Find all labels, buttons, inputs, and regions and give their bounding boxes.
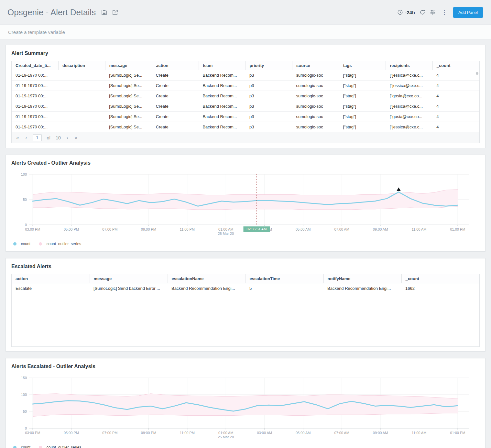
column-header[interactable]: escalationName — [168, 274, 246, 283]
time-range-control[interactable]: -24h — [397, 9, 415, 15]
svg-text:05:00 PM: 05:00 PM — [64, 227, 79, 231]
table-cell: 01-19-1970 00:... — [12, 91, 59, 101]
column-header[interactable]: team — [199, 61, 246, 70]
table-cell: ["gosia@cxe.co... — [386, 112, 433, 122]
svg-text:100: 100 — [21, 393, 27, 397]
table-cell: Create — [152, 91, 199, 101]
svg-text:03:00 PM: 03:00 PM — [25, 227, 40, 231]
svg-text:09:00 AM: 09:00 AM — [373, 431, 388, 435]
table-cell: ["jessica@cxe.c... — [386, 122, 433, 132]
column-header[interactable]: escalationTime — [246, 274, 323, 283]
alerts-created-chart[interactable]: 03:00 PM05:00 PM07:00 PM09:00 PM11:00 PM… — [11, 170, 477, 238]
column-header[interactable]: _count — [401, 274, 479, 283]
panel-title: Alerts Escalated - Outlier Analysis — [11, 364, 480, 369]
escalated-alerts-table[interactable]: actionmessageescalationNameescalationTim… — [12, 274, 479, 293]
svg-text:07:00 PM: 07:00 PM — [102, 431, 117, 435]
table-cell: 4 — [432, 91, 479, 101]
table-row[interactable]: Escalate[SumoLogic] Send backend Error .… — [12, 283, 479, 294]
dashboard-page: Opsgenie - Alert Details -24h ⋮ Add Pane… — [0, 0, 491, 448]
legend-label: _count_outlier_series — [44, 242, 81, 246]
legend-item-outlier: _count_outlier_series — [39, 445, 81, 448]
chart-area: 03:00 PM05:00 PM07:00 PM09:00 PM11:00 PM… — [11, 374, 480, 442]
table-cell: 01-19-1970 00:... — [12, 122, 59, 132]
table-row[interactable]: 01-19-1970 00:...[SumoLogic] Se...Create… — [12, 81, 479, 91]
column-header[interactable]: source — [292, 61, 339, 70]
svg-text:09:00 PM: 09:00 PM — [141, 227, 156, 231]
svg-text:03:00 AM: 03:00 AM — [257, 431, 272, 435]
table-cell: [SumoLogic] Se... — [105, 112, 152, 122]
column-header[interactable]: action — [12, 274, 90, 283]
table-cell: [SumoLogic] Se... — [105, 101, 152, 112]
pagination-of-label: of — [47, 135, 51, 140]
table-row[interactable]: 01-19-1970 00:...[SumoLogic] Se...Create… — [12, 122, 479, 132]
table-cell: 4 — [432, 122, 479, 132]
time-range-label: -24h — [405, 10, 415, 15]
table-cell: p3 — [246, 101, 292, 112]
dashboard-header: Opsgenie - Alert Details -24h ⋮ Add Pane… — [0, 0, 491, 24]
svg-text:50: 50 — [23, 410, 27, 413]
table-cell: 4 — [432, 81, 479, 91]
table-row[interactable]: 01-19-1970 00:...[SumoLogic] Se...Create… — [12, 70, 479, 81]
table-cell: p3 — [246, 122, 292, 132]
pagination-first-button[interactable]: « — [16, 135, 19, 140]
table-cell: ["gosia@cxe.co... — [386, 91, 433, 101]
add-panel-button[interactable]: Add Panel — [453, 7, 483, 18]
column-header[interactable]: priority — [246, 61, 292, 70]
column-header[interactable]: message — [90, 274, 168, 283]
table-cell: 01-19-1970 00:... — [12, 70, 59, 81]
table-cell: sumologic-soc — [292, 122, 339, 132]
alerts-escalated-chart[interactable]: 03:00 PM05:00 PM07:00 PM09:00 PM11:00 PM… — [11, 374, 477, 442]
table-cell: Create — [152, 122, 199, 132]
export-icon[interactable] — [112, 9, 118, 16]
create-template-variable-bar[interactable]: Create a template variable — [0, 24, 491, 40]
chart-legend: _count _count_outlier_series — [11, 238, 480, 247]
refresh-icon[interactable] — [420, 9, 425, 15]
table-scrollbar-thumb[interactable] — [476, 72, 478, 75]
column-header[interactable]: _count — [432, 61, 479, 70]
table-cell: p3 — [246, 70, 292, 81]
table-cell — [59, 91, 105, 101]
table-cell: Create — [152, 70, 199, 81]
column-header[interactable]: action — [152, 61, 199, 70]
kebab-menu-icon[interactable]: ⋮ — [440, 9, 449, 16]
column-header[interactable]: notifyName — [323, 274, 401, 283]
table-header-row: actionmessageescalationNameescalationTim… — [12, 274, 479, 283]
table-cell: Backend Recom... — [199, 122, 246, 132]
table-cell — [59, 122, 105, 132]
filter-sliders-icon[interactable] — [430, 9, 436, 15]
escalated-alerts-table-frame: actionmessageescalationNameescalationTim… — [11, 274, 480, 347]
table-row[interactable]: 01-19-1970 00:...[SumoLogic] Se...Create… — [12, 91, 479, 101]
panel-title: Alert Summary — [11, 50, 480, 56]
column-header[interactable]: Created_date_ti... — [12, 61, 59, 70]
alert-summary-table[interactable]: Created_date_ti...descriptionmessageacti… — [12, 61, 479, 132]
table-cell: [SumoLogic] Se... — [105, 70, 152, 81]
table-cell: sumologic-soc — [292, 112, 339, 122]
column-header[interactable]: recipients — [386, 61, 433, 70]
svg-text:03:00 PM: 03:00 PM — [25, 431, 40, 435]
table-cell: [SumoLogic] Se... — [105, 91, 152, 101]
table-row[interactable]: 01-19-1970 00:...[SumoLogic] Se...Create… — [12, 112, 479, 122]
svg-text:150: 150 — [21, 376, 27, 380]
svg-text:50: 50 — [23, 198, 27, 202]
pagination-current-page[interactable]: 1 — [33, 134, 41, 141]
table-row[interactable]: 01-19-1970 00:...[SumoLogic] Se...Create… — [12, 101, 479, 112]
column-header[interactable]: description — [59, 61, 105, 70]
svg-text:05:00 AM: 05:00 AM — [296, 431, 311, 435]
pagination-last-button[interactable]: » — [74, 135, 78, 140]
column-header[interactable]: tags — [339, 61, 386, 70]
pagination-next-button[interactable]: › — [66, 135, 69, 140]
svg-text:09:00 PM: 09:00 PM — [141, 431, 156, 435]
table-cell: 4 — [432, 101, 479, 112]
table-cell: ["stag"] — [339, 91, 386, 101]
table-cell: Backend Recom... — [199, 101, 246, 112]
column-header[interactable]: message — [105, 61, 152, 70]
table-cell: Backend Recom... — [199, 112, 246, 122]
svg-text:11:00 PM: 11:00 PM — [180, 431, 195, 435]
svg-text:25 Mar 20: 25 Mar 20 — [218, 232, 234, 235]
save-icon[interactable] — [101, 9, 107, 16]
pagination-prev-button[interactable]: ‹ — [25, 135, 27, 140]
panel-escalated-alerts: Escalated Alerts actionmessageescalation… — [5, 258, 486, 352]
count-series-dot — [13, 242, 16, 246]
panel-alerts-escalated-outlier: Alerts Escalated - Outlier Analysis 03:0… — [5, 358, 486, 448]
table-cell: sumologic-soc — [292, 91, 339, 101]
